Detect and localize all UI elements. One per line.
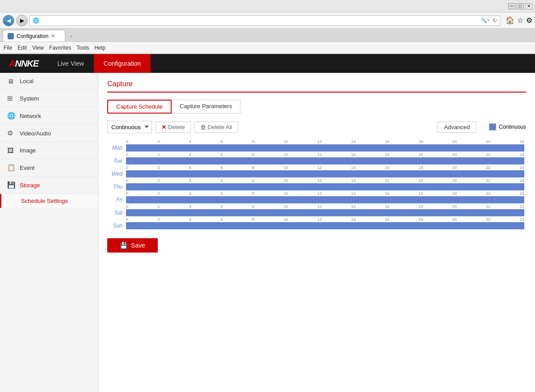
schedule-grid: 024681012141618202224Mon0246810121416182… bbox=[107, 139, 526, 229]
tab-capture-schedule[interactable]: Capture Schedule bbox=[107, 100, 172, 114]
day-label-wed: Wed bbox=[107, 171, 126, 177]
sidebar: 🖥 Local ⊞ System 🌐 Network ⚙ Video/Audio… bbox=[0, 73, 98, 392]
url-input[interactable]: http://192.168.2.6/doc/page/config.asp bbox=[41, 17, 481, 24]
refresh-icon[interactable]: ↻ bbox=[493, 17, 497, 24]
maximize-button[interactable]: □ bbox=[517, 3, 524, 9]
sidebar-item-event[interactable]: 📋 Event bbox=[0, 159, 98, 177]
tab-bar-capture: Capture Schedule Capture Parameters bbox=[107, 100, 526, 114]
storage-icon: 💾 bbox=[7, 181, 15, 189]
time-bar-thu[interactable] bbox=[126, 183, 524, 190]
menu-file[interactable]: File bbox=[4, 45, 12, 51]
tab-title: Configuration bbox=[17, 33, 48, 39]
active-tab[interactable]: Configuration ✕ bbox=[3, 30, 65, 42]
schedule-day-wed: 024681012141618202224Wed bbox=[107, 165, 526, 177]
bar-row-thu: Thu bbox=[107, 183, 526, 190]
app-logo: ANNKE bbox=[0, 59, 47, 69]
day-label-sat: Sat bbox=[107, 210, 126, 216]
sidebar-item-storage[interactable]: 💾 Storage bbox=[0, 177, 98, 194]
page-content: Capture Capture Schedule Capture Paramet… bbox=[98, 73, 535, 392]
nav-links: Live View Configuration bbox=[47, 54, 151, 73]
numbers-row-sat: 024681012141618202224 bbox=[107, 204, 526, 209]
x-icon: ✕ bbox=[161, 124, 166, 131]
sidebar-label-event: Event bbox=[20, 164, 34, 171]
numbers-row-sun: 024681012141618202224 bbox=[107, 217, 526, 222]
mode-select[interactable]: Continuous Motion Alarm bbox=[107, 121, 152, 133]
sidebar-item-video-audio[interactable]: ⚙ Video/Audio bbox=[0, 125, 98, 142]
schedule-day-thu: 024681012141618202224Thu bbox=[107, 178, 526, 190]
sidebar-item-system[interactable]: ⊞ System bbox=[0, 90, 98, 107]
delete-all-label: Delete All bbox=[208, 124, 232, 131]
bar-row-sat: Sat bbox=[107, 209, 526, 216]
tab-favicon bbox=[8, 33, 14, 39]
sidebar-sub-schedule[interactable]: Schedule Settings bbox=[0, 194, 98, 208]
time-bar-wed[interactable] bbox=[126, 170, 524, 177]
sidebar-label-video-audio: Video/Audio bbox=[20, 130, 51, 137]
bar-row-fri: Fri bbox=[107, 196, 526, 203]
save-button[interactable]: 💾 Save bbox=[107, 238, 158, 253]
numbers-row-wed: 024681012141618202224 bbox=[107, 165, 526, 170]
event-icon: 📋 bbox=[7, 164, 15, 172]
tab-close-button[interactable]: ✕ bbox=[51, 33, 55, 39]
sidebar-item-network[interactable]: 🌐 Network bbox=[0, 107, 98, 125]
numbers-row-mon: 024681012141618202224 bbox=[107, 139, 526, 144]
sidebar-item-image[interactable]: 🖼 Image bbox=[0, 142, 98, 159]
schedule-day-sun: 024681012141618202224Sun bbox=[107, 217, 526, 229]
delete-all-button[interactable]: 🗑 Delete All bbox=[194, 122, 238, 133]
title-bar: ─ □ ✕ bbox=[0, 0, 535, 13]
sidebar-label-storage: Storage bbox=[20, 182, 40, 189]
bar-row-sun: Sun bbox=[107, 222, 526, 229]
minimize-button[interactable]: ─ bbox=[508, 3, 515, 9]
legend-color-continuous bbox=[489, 123, 496, 131]
schedule-day-tue: 024681012141618202224Tue bbox=[107, 152, 526, 164]
delete-button[interactable]: ✕ Delete bbox=[156, 122, 191, 133]
forward-button[interactable]: ▶ bbox=[16, 15, 28, 26]
menu-tools[interactable]: Tools bbox=[76, 45, 89, 51]
menu-bar: File Edit View Favorites Tools Help bbox=[0, 42, 535, 54]
legend-label-continuous: Continuous bbox=[499, 124, 526, 130]
day-label-mon: Mon bbox=[107, 145, 126, 151]
sidebar-item-local[interactable]: 🖥 Local bbox=[0, 73, 98, 90]
bar-row-tue: Tue bbox=[107, 157, 526, 164]
gear-icon[interactable]: ⚙ bbox=[526, 16, 532, 25]
time-bar-sun[interactable] bbox=[126, 222, 524, 229]
menu-help[interactable]: Help bbox=[94, 45, 105, 51]
day-label-sun: Sun bbox=[107, 223, 126, 229]
time-bar-tue[interactable] bbox=[126, 157, 524, 164]
menu-edit[interactable]: Edit bbox=[17, 45, 27, 51]
close-button[interactable]: ✕ bbox=[525, 3, 532, 9]
nav-configuration[interactable]: Configuration bbox=[94, 54, 151, 73]
tab-capture-parameters[interactable]: Capture Parameters bbox=[172, 100, 240, 114]
monitor-icon: 🖥 bbox=[7, 77, 15, 85]
new-tab-button[interactable]: + bbox=[66, 32, 76, 42]
schedule-day-sat: 024681012141618202224Sat bbox=[107, 204, 526, 216]
sidebar-label-image: Image bbox=[20, 147, 36, 154]
day-label-fri: Fri bbox=[107, 197, 126, 203]
nav-live-view[interactable]: Live View bbox=[47, 54, 94, 73]
app-container: ANNKE Live View Configuration 🖥 Local ⊞ … bbox=[0, 54, 535, 392]
menu-view[interactable]: View bbox=[32, 45, 44, 51]
time-bar-sat[interactable] bbox=[126, 209, 524, 216]
page-title-bar: Capture bbox=[107, 80, 526, 93]
days-container: 024681012141618202224Mon0246810121416182… bbox=[107, 139, 526, 229]
home-icon[interactable]: 🏠 bbox=[506, 16, 514, 25]
back-button[interactable]: ◀ bbox=[3, 15, 14, 26]
tab-bar: Configuration ✕ + bbox=[0, 29, 535, 42]
time-bar-mon[interactable] bbox=[126, 144, 524, 152]
bar-row-wed: Wed bbox=[107, 170, 526, 177]
advanced-button[interactable]: Advanced bbox=[437, 122, 476, 133]
numbers-row-fri: 024681012141618202224 bbox=[107, 191, 526, 196]
star-icon[interactable]: ☆ bbox=[517, 16, 523, 25]
numbers-row-tue: 024681012141618202224 bbox=[107, 152, 526, 157]
schedule-day-fri: 024681012141618202224Fri bbox=[107, 191, 526, 203]
search-icon: 🔍▾ bbox=[481, 17, 490, 23]
numbers-row-thu: 024681012141618202224 bbox=[107, 178, 526, 183]
day-label-thu: Thu bbox=[107, 184, 126, 190]
save-icon: 💾 bbox=[120, 242, 127, 249]
image-icon: 🖼 bbox=[7, 147, 15, 154]
sidebar-label-system: System bbox=[20, 95, 39, 102]
system-icon: ⊞ bbox=[7, 94, 15, 102]
time-bar-fri[interactable] bbox=[126, 196, 524, 203]
address-bar[interactable]: 🌐 http://192.168.2.6/doc/page/config.asp… bbox=[29, 15, 500, 26]
menu-favorites[interactable]: Favorites bbox=[49, 45, 71, 51]
video-icon: ⚙ bbox=[7, 129, 15, 137]
